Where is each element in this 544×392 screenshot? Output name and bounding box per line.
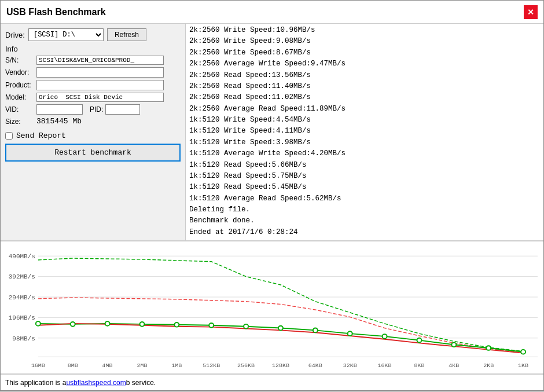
- log-line: 1k:5120 Read Speed:5.45MB/s: [189, 182, 540, 193]
- log-line: 1k:5120 Write Speed:4.54MB/s: [189, 115, 540, 126]
- svg-point-32: [244, 324, 248, 329]
- footer-text-after: b service.: [126, 379, 156, 387]
- log-line: 2k:2560 Read Speed:11.40MB/s: [189, 81, 540, 92]
- model-label: Model:: [5, 93, 34, 101]
- sn-row: S/N:: [5, 56, 181, 65]
- product-row: Product:: [5, 80, 181, 90]
- svg-point-33: [278, 326, 283, 331]
- svg-text:8MB: 8MB: [68, 362, 78, 369]
- chart-area: 490MB/s 392MB/s 294MB/s 196MB/s 98MB/s 1…: [1, 241, 543, 374]
- svg-text:256KB: 256KB: [237, 362, 255, 369]
- svg-point-39: [486, 346, 491, 350]
- sn-label: S/N:: [5, 56, 34, 64]
- close-button[interactable]: ✕: [524, 5, 538, 19]
- svg-point-29: [139, 322, 144, 327]
- main-content: Drive: [SCSI] D:\ Refresh Info S/N: Vend…: [1, 24, 543, 241]
- drive-row: Drive: [SCSI] D:\ Refresh: [5, 28, 181, 41]
- log-line: 2k:2560 Write Speed:9.08MB/s: [189, 36, 540, 47]
- drive-label: Drive:: [5, 31, 25, 39]
- svg-point-30: [174, 323, 179, 327]
- svg-text:512KB: 512KB: [203, 362, 220, 369]
- restart-button[interactable]: Restart benchmark: [5, 144, 181, 162]
- svg-text:32KB: 32KB: [343, 362, 357, 369]
- svg-text:2MB: 2MB: [137, 362, 147, 369]
- svg-text:1MB: 1MB: [171, 362, 182, 369]
- log-line: Ended at 2017/1/6 0:28:24: [189, 227, 540, 238]
- svg-text:64KB: 64KB: [308, 362, 322, 369]
- svg-text:294MB/s: 294MB/s: [9, 294, 35, 301]
- product-input[interactable]: [36, 80, 164, 90]
- main-window: USB Flash Benchmark ✕ Drive: [SCSI] D:\ …: [0, 0, 544, 391]
- svg-point-35: [348, 331, 352, 336]
- footer-text-before: This application is a: [5, 379, 66, 387]
- vid-label: VID:: [5, 105, 34, 113]
- log-line: 2k:2560 Write Speed:10.96MB/s: [189, 25, 540, 36]
- benchmark-chart: 490MB/s 392MB/s 294MB/s 196MB/s 98MB/s 1…: [1, 246, 543, 373]
- svg-point-34: [313, 328, 318, 333]
- svg-text:16MB: 16MB: [31, 362, 45, 369]
- size-value: 3815445 Mb: [36, 117, 82, 126]
- info-title: Info: [5, 45, 181, 53]
- svg-point-27: [71, 322, 75, 327]
- size-row: Size: 3815445 Mb: [5, 117, 181, 126]
- log-panel[interactable]: 2k:2560 Write Speed:10.96MB/s2k:2560 Wri…: [186, 24, 543, 240]
- svg-point-28: [105, 321, 110, 326]
- left-panel: Drive: [SCSI] D:\ Refresh Info S/N: Vend…: [1, 24, 186, 240]
- svg-point-40: [521, 350, 525, 354]
- sn-input[interactable]: [36, 56, 164, 65]
- log-line: Benchmark done.: [189, 215, 540, 226]
- svg-text:98MB/s: 98MB/s: [12, 335, 35, 342]
- svg-point-31: [209, 323, 214, 328]
- svg-text:1KB: 1KB: [518, 362, 528, 369]
- svg-text:4MB: 4MB: [102, 362, 113, 369]
- svg-point-36: [383, 334, 387, 339]
- svg-text:490MB/s: 490MB/s: [9, 253, 35, 260]
- model-row: Model:: [5, 93, 181, 102]
- vid-input[interactable]: [36, 104, 83, 115]
- titlebar: USB Flash Benchmark ✕: [1, 1, 543, 24]
- svg-text:4KB: 4KB: [449, 362, 459, 369]
- log-line: Deleting file.: [189, 204, 540, 215]
- svg-text:8KB: 8KB: [414, 362, 424, 369]
- info-section: Info S/N: Vendor: Product: Model:: [5, 45, 181, 126]
- log-line: 1k:5120 Read Speed:5.66MB/s: [189, 160, 540, 171]
- send-report-label: Send Report: [16, 131, 66, 140]
- svg-text:2KB: 2KB: [483, 362, 494, 369]
- svg-text:392MB/s: 392MB/s: [9, 274, 35, 281]
- refresh-button[interactable]: Refresh: [107, 28, 146, 41]
- vid-pid-row: VID: PID:: [5, 104, 181, 115]
- log-line: 1k:5120 Write Speed:3.98MB/s: [189, 137, 540, 148]
- drive-select[interactable]: [SCSI] D:\: [28, 28, 104, 41]
- log-line: 2k:2560 Write Speed:8.67MB/s: [189, 47, 540, 58]
- svg-point-37: [417, 338, 421, 343]
- svg-text:16KB: 16KB: [378, 362, 392, 369]
- log-line: 1k:5120 Average Read Speed:5.62MB/s: [189, 193, 540, 204]
- send-report-checkbox[interactable]: [5, 132, 13, 140]
- svg-point-38: [451, 342, 456, 347]
- model-input[interactable]: [36, 93, 164, 102]
- log-line: 1k:5120 Read Speed:5.75MB/s: [189, 171, 540, 182]
- svg-text:128KB: 128KB: [272, 362, 289, 369]
- log-line: 1k:5120 Average Write Speed:4.20MB/s: [189, 148, 540, 159]
- vendor-row: Vendor:: [5, 67, 181, 78]
- vendor-label: Vendor:: [5, 68, 34, 76]
- log-line: 2k:2560 Average Read Speed:11.89MB/s: [189, 104, 540, 115]
- log-line: 2k:2560 Read Speed:13.56MB/s: [189, 70, 540, 81]
- log-line: 2k:2560 Read Speed:11.02MB/s: [189, 92, 540, 103]
- svg-point-26: [36, 321, 41, 326]
- product-label: Product:: [5, 81, 34, 89]
- window-title: USB Flash Benchmark: [6, 7, 106, 17]
- pid-input[interactable]: [105, 104, 140, 115]
- log-line: 2k:2560 Average Write Speed:9.47MB/s: [189, 58, 540, 69]
- send-report-row: Send Report: [5, 131, 181, 140]
- size-label: Size:: [5, 118, 34, 126]
- svg-text:196MB/s: 196MB/s: [9, 314, 35, 321]
- footer: This application is a usbflashspeed.com …: [1, 374, 543, 390]
- pid-label: PID:: [90, 105, 103, 113]
- max-read-line: [38, 258, 523, 351]
- log-line: 1k:5120 Write Speed:4.11MB/s: [189, 126, 540, 137]
- vendor-input[interactable]: [36, 67, 164, 78]
- footer-link[interactable]: usbflashspeed.com: [66, 379, 126, 387]
